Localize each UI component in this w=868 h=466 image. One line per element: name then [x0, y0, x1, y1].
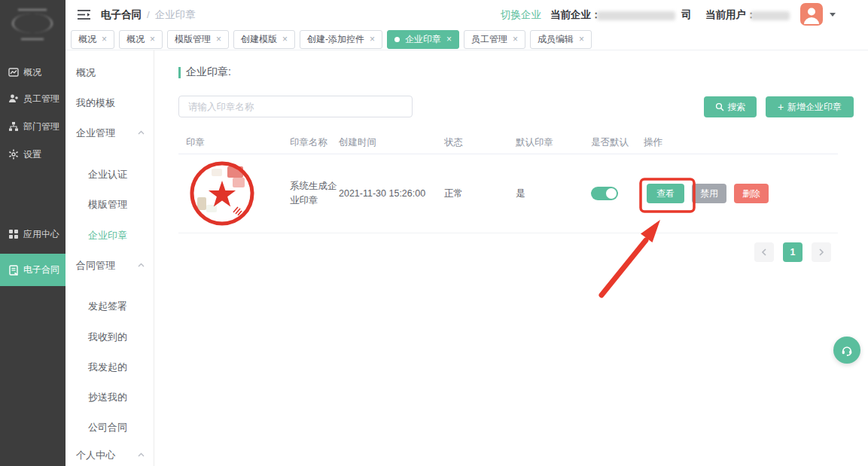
column-header-default-seal: 默认印章 — [516, 136, 591, 149]
user-icon — [800, 3, 823, 26]
submenu-item-overview[interactable]: 概况 — [65, 58, 154, 88]
sidebar-item-e-contract[interactable]: 电子合同 — [0, 254, 65, 286]
close-icon[interactable]: × — [150, 34, 155, 44]
close-icon[interactable]: × — [513, 34, 518, 44]
close-icon[interactable]: × — [579, 34, 584, 44]
submenu-item-received[interactable]: 我收到的 — [65, 322, 154, 352]
submenu-item-initiated[interactable]: 我发起的 — [65, 352, 154, 382]
tab-label: 成员编辑 — [538, 33, 574, 46]
tab-label: 企业印章 — [405, 33, 441, 46]
submenu-item-company-seal[interactable]: 企业印章 — [65, 221, 154, 251]
column-header-status: 状态 — [444, 136, 516, 149]
add-button-label: 新增企业印章 — [787, 101, 842, 114]
tab-employee-management[interactable]: 员工管理× — [464, 30, 525, 49]
submenu-label: 合同管理 — [76, 260, 115, 271]
tab-label: 概况 — [126, 33, 145, 46]
table-row: 系统生成企业印章 2021-11-30 15:26:00 正常 是 查看 禁用 … — [178, 154, 838, 233]
company-seal-image — [188, 160, 256, 227]
submenu-item-company-certification[interactable]: 企业认证 — [65, 160, 154, 190]
submenu-item-personal-center[interactable]: 个人中心 — [65, 440, 154, 466]
logo-redacted-mark — [21, 36, 44, 40]
default-toggle-on[interactable] — [591, 187, 618, 200]
submenu-item-company-management[interactable]: 企业管理 — [65, 118, 154, 148]
search-button[interactable]: 搜索 — [704, 96, 757, 117]
plus-icon: + — [778, 102, 784, 112]
search-icon — [715, 102, 724, 111]
chevron-up-icon — [138, 452, 145, 457]
chevron-up-icon — [138, 130, 145, 135]
submenu-item-initiate-signing[interactable]: 发起签署 — [65, 291, 154, 321]
pagination-page-1[interactable]: 1 — [783, 242, 803, 262]
pagination-next-button[interactable] — [812, 242, 831, 262]
sidebar-item-employees[interactable]: 员工管理 — [0, 85, 65, 112]
tab-template-management[interactable]: 模版管理× — [167, 30, 229, 49]
cell-status: 正常 — [444, 187, 516, 200]
sidebar-item-settings[interactable]: 设置 — [0, 141, 65, 168]
redacted-company-name — [597, 11, 675, 20]
tab-member-edit[interactable]: 成员编辑× — [530, 30, 592, 49]
settings-icon — [8, 149, 19, 160]
submenu-label: 发起签署 — [88, 300, 127, 312]
submenu-item-cc-to-me[interactable]: 抄送我的 — [65, 382, 154, 413]
sidebar-item-label: 员工管理 — [23, 93, 59, 105]
avatar[interactable] — [800, 3, 823, 26]
add-company-seal-button[interactable]: + 新增企业印章 — [766, 96, 854, 117]
submenu-item-template-management[interactable]: 模版管理 — [65, 190, 154, 220]
submenu-label: 企业管理 — [76, 127, 115, 139]
employees-icon — [8, 93, 19, 104]
submenu-label: 模版管理 — [88, 199, 127, 210]
submenu-item-contract-management[interactable]: 合同管理 — [65, 251, 154, 281]
breadcrumb: 电子合同/企业印章 — [101, 8, 196, 22]
tab-create-add-controls[interactable]: 创建-添加控件× — [300, 30, 382, 49]
sidebar-item-departments[interactable]: 部门管理 — [0, 113, 65, 140]
chevron-down-icon[interactable] — [830, 13, 836, 17]
search-button-label: 搜索 — [728, 101, 746, 114]
cell-created-time: 2021-11-30 15:26:00 — [339, 188, 444, 199]
sidebar-item-overview[interactable]: 概况 — [0, 59, 65, 86]
cell-actions: 查看 禁用 删除 — [644, 184, 838, 203]
submenu-item-company-contracts[interactable]: 公司合同 — [65, 413, 154, 443]
submenu-label: 概况 — [76, 67, 96, 78]
pagination-prev-button[interactable] — [754, 242, 774, 262]
tab-create-template[interactable]: 创建模版× — [233, 30, 295, 49]
app-window: 概况 员工管理 部门管理 设置 应用中心 电子合同 电子合同/企业印章 — [0, 0, 868, 466]
tab-company-seal-active[interactable]: 企业印章× — [387, 30, 459, 49]
submenu-item-my-templates[interactable]: 我的模板 — [65, 88, 154, 118]
contract-icon — [8, 265, 19, 276]
tab-label: 创建模版 — [241, 33, 277, 46]
submenu-label: 企业认证 — [88, 169, 127, 180]
page-title: 企业印章: — [178, 65, 231, 79]
tab-label: 员工管理 — [471, 33, 507, 46]
current-company-label: 当前企业： — [550, 8, 602, 22]
disable-button[interactable]: 禁用 — [692, 184, 726, 203]
title-accent-bar — [178, 67, 181, 78]
close-icon[interactable]: × — [370, 34, 375, 44]
tab-overview-1[interactable]: 概况× — [71, 30, 114, 49]
submenu-label: 公司合同 — [88, 422, 127, 433]
sidebar-item-app-center[interactable]: 应用中心 — [0, 221, 65, 248]
close-icon[interactable]: × — [102, 34, 107, 44]
secondary-sidebar: 概况 我的模板 企业管理 企业认证 模版管理 企业印章 合同管理 发起签署 我收… — [65, 50, 154, 466]
submenu-label: 个人中心 — [76, 449, 115, 461]
view-button[interactable]: 查看 — [647, 184, 684, 203]
close-icon[interactable]: × — [446, 34, 452, 44]
tab-overview-2[interactable]: 概况× — [119, 30, 163, 49]
close-icon[interactable]: × — [282, 34, 288, 44]
customer-service-button[interactable] — [833, 337, 860, 364]
submenu-label: 企业印章 — [88, 230, 127, 241]
menu-fold-icon[interactable] — [78, 9, 90, 20]
column-header-actions: 操作 — [644, 136, 838, 149]
page-title-text: 企业印章: — [186, 65, 231, 79]
sidebar-item-label: 概况 — [23, 66, 41, 79]
cell-default-seal: 是 — [516, 187, 591, 200]
breadcrumb-root[interactable]: 电子合同 — [101, 9, 142, 20]
column-header-seal: 印章 — [178, 136, 290, 149]
pagination: 1 — [754, 242, 831, 262]
sidebar-item-label: 设置 — [23, 148, 41, 161]
current-user-label: 当前用户： — [705, 8, 757, 22]
switch-company-link[interactable]: 切换企业 — [501, 8, 541, 22]
close-icon[interactable]: × — [216, 34, 221, 44]
seal-name-search-input[interactable] — [178, 96, 413, 117]
company-name-suffix: 司 — [681, 8, 692, 22]
delete-button[interactable]: 删除 — [734, 184, 769, 203]
